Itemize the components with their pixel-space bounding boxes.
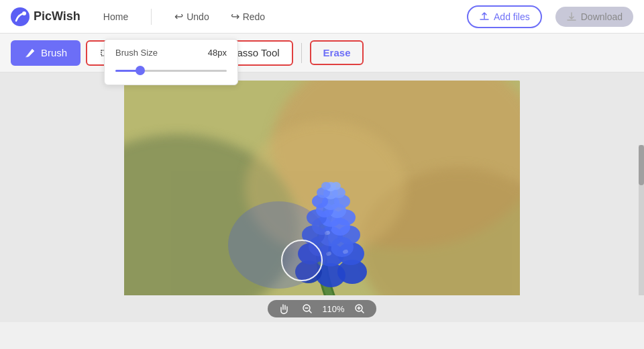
erase-tool-label: Erase bbox=[323, 47, 351, 58]
brush-tool-button[interactable]: Brush bbox=[11, 40, 80, 66]
redo-label: Redo bbox=[243, 11, 265, 22]
download-icon bbox=[566, 11, 577, 22]
zoom-minus-icon bbox=[301, 303, 313, 315]
svg-point-34 bbox=[321, 182, 331, 190]
zoom-level: 110% bbox=[321, 304, 345, 314]
brush-size-row: Brush Size 48px bbox=[115, 48, 227, 58]
zoom-minus-button[interactable] bbox=[299, 303, 316, 315]
logo-area: PicWish bbox=[11, 7, 80, 26]
add-files-label: Add files bbox=[494, 11, 530, 22]
svg-point-39 bbox=[282, 240, 322, 281]
svg-point-0 bbox=[11, 7, 30, 26]
svg-point-33 bbox=[331, 182, 341, 190]
main-area: 110% bbox=[0, 72, 644, 322]
hand-tool-button[interactable] bbox=[276, 303, 293, 315]
topbar-actions: ↩ Undo ↪ Redo bbox=[165, 6, 274, 27]
undo-icon: ↩ bbox=[174, 10, 183, 23]
brush-size-value: 48px bbox=[208, 48, 227, 58]
zoom-plus-icon bbox=[354, 303, 366, 315]
brush-slider-thumb[interactable] bbox=[136, 66, 145, 75]
nav-home[interactable]: Home bbox=[94, 7, 138, 26]
hand-icon bbox=[278, 303, 290, 315]
undo-label: Undo bbox=[186, 11, 209, 22]
download-button[interactable]: Download bbox=[555, 7, 633, 27]
add-files-button[interactable]: Add files bbox=[467, 5, 542, 28]
brush-tool-label: Brush bbox=[41, 47, 67, 58]
topbar-divider bbox=[151, 9, 152, 25]
redo-button[interactable]: ↪ Redo bbox=[221, 6, 274, 27]
scrollbar-right[interactable] bbox=[639, 145, 644, 295]
download-label: Download bbox=[581, 11, 623, 22]
toolbar: Brush Rectangle Tool Lasso Tool Erase bbox=[0, 34, 644, 72]
logo-icon bbox=[11, 7, 30, 26]
brush-slider-track bbox=[115, 70, 227, 72]
topbar: PicWish Home ↩ Undo ↪ Redo Add files Dow… bbox=[0, 0, 644, 34]
zoom-plus-button[interactable] bbox=[351, 303, 368, 315]
bottom-bar: 110% bbox=[0, 295, 644, 322]
lasso-tool-label: Lasso Tool bbox=[231, 47, 279, 58]
flower-canvas[interactable] bbox=[124, 81, 520, 302]
undo-button[interactable]: ↩ Undo bbox=[165, 6, 218, 27]
zoom-controls: 110% bbox=[268, 300, 376, 317]
svg-point-1 bbox=[22, 11, 26, 15]
brush-icon bbox=[24, 47, 36, 59]
redo-icon: ↪ bbox=[231, 10, 239, 23]
erase-tool-button[interactable]: Erase bbox=[310, 40, 364, 65]
flower-svg bbox=[124, 81, 520, 302]
toolbar-divider bbox=[301, 43, 302, 63]
canvas-wrapper bbox=[124, 81, 520, 302]
brush-size-popup: Brush Size 48px bbox=[104, 39, 238, 85]
brush-slider-container[interactable] bbox=[115, 64, 227, 77]
upload-icon bbox=[479, 11, 490, 22]
logo-text: PicWish bbox=[34, 9, 80, 23]
brush-size-label: Brush Size bbox=[115, 48, 158, 58]
scrollbar-thumb[interactable] bbox=[639, 145, 644, 185]
